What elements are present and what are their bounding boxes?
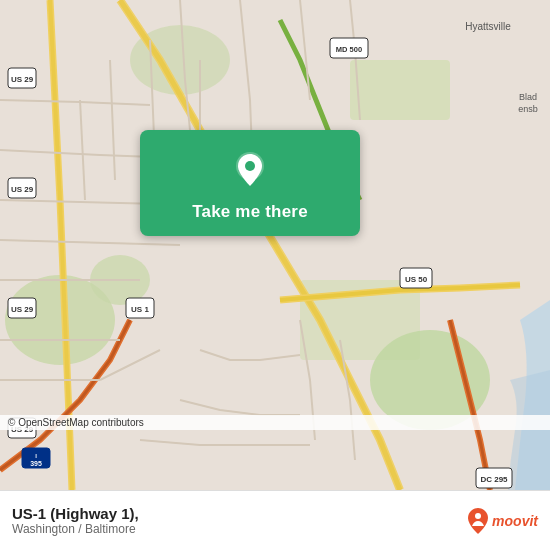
moovit-logo: moovit: [468, 508, 538, 534]
svg-text:US 29: US 29: [11, 305, 34, 314]
route-name: US-1 (Highway 1),: [12, 505, 139, 522]
svg-point-42: [245, 161, 255, 171]
route-location: Washington / Baltimore: [12, 522, 139, 536]
take-me-there-button[interactable]: Take me there: [192, 202, 308, 222]
map-container: US 29 US 29 US 29 US 29 US 1 US 1 MD 500…: [0, 0, 550, 490]
bottom-bar: US-1 (Highway 1), Washington / Baltimore…: [0, 490, 550, 550]
svg-text:Hyattsville: Hyattsville: [465, 21, 511, 32]
moovit-brand-text: moovit: [492, 513, 538, 529]
location-pin-icon: [228, 148, 272, 192]
svg-text:ensb: ensb: [518, 104, 538, 114]
svg-rect-5: [350, 60, 450, 120]
svg-text:MD 500: MD 500: [336, 45, 362, 54]
moovit-pin-icon: [468, 508, 488, 534]
attribution-bar: © OpenStreetMap contributors: [0, 415, 550, 430]
svg-point-43: [475, 513, 481, 519]
svg-text:US 29: US 29: [11, 185, 34, 194]
cta-overlay[interactable]: Take me there: [140, 130, 360, 236]
svg-text:US 50: US 50: [405, 275, 428, 284]
attribution-text: © OpenStreetMap contributors: [8, 417, 144, 428]
svg-text:Blad: Blad: [519, 92, 537, 102]
svg-text:395: 395: [30, 460, 42, 467]
svg-text:DC 295: DC 295: [480, 475, 508, 484]
route-info: US-1 (Highway 1), Washington / Baltimore: [12, 505, 139, 536]
svg-text:US 29: US 29: [11, 75, 34, 84]
svg-text:US 1: US 1: [131, 305, 149, 314]
